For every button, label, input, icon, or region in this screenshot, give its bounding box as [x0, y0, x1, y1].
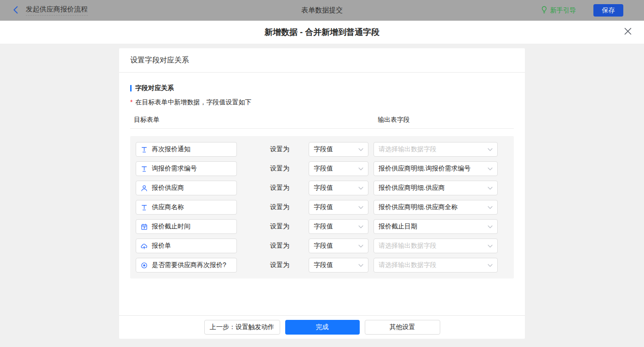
card-footer: 上一步：设置触发动作 完成 其他设置: [119, 315, 525, 339]
modal-title: 新增数据 - 合并新增到普通字段: [264, 27, 380, 38]
text-input-icon: [141, 204, 148, 211]
column-headers: 目标表单 输出表字段: [130, 116, 514, 125]
set-as-label: 设置为: [270, 203, 289, 211]
close-button[interactable]: [624, 27, 632, 37]
value-type-select[interactable]: 字段值: [309, 161, 368, 176]
field-mapping-card: 设置字段对应关系 字段对应关系 * 在目标表单中新增数据，字段值设置如下 目标表…: [119, 48, 525, 339]
chevron-down-icon: [358, 245, 363, 248]
topbar-left: 发起供应商报价流程: [13, 5, 88, 16]
chevron-down-icon: [488, 187, 493, 190]
target-field-label: 供应商名称: [152, 203, 184, 211]
value-type-select[interactable]: 字段值: [309, 219, 368, 234]
target-field-label: 是否需要供应商再次报价?: [152, 261, 226, 269]
value-type-select[interactable]: 字段值: [309, 181, 368, 195]
chevron-down-icon: [488, 225, 493, 228]
chevron-down-icon: [358, 225, 363, 228]
output-field-select[interactable]: 请选择输出数据字段: [374, 239, 498, 253]
save-button[interactable]: 保存: [593, 4, 623, 17]
target-field-box: 报价供应商: [136, 181, 237, 195]
target-field-label: 报价供应商: [152, 184, 184, 192]
divider: [130, 128, 514, 129]
value-type-selected: 字段值: [314, 165, 333, 173]
field-mapping-row: 再次报价通知 设置为 字段值 请选择输出数据字段: [136, 142, 514, 157]
value-type-select[interactable]: 字段值: [309, 239, 368, 253]
text-input-icon: [141, 165, 148, 172]
beginner-guide-label: 新手引导: [550, 6, 576, 15]
output-field-select[interactable]: 报价供应商明细.供应商全称: [374, 200, 498, 215]
modal-body: 设置字段对应关系 字段对应关系 * 在目标表单中新增数据，字段值设置如下 目标表…: [0, 44, 644, 347]
output-field-value: 请选择输出数据字段: [379, 145, 437, 154]
description-text: 在目标表单中新增数据，字段值设置如下: [135, 98, 251, 107]
radio-icon: [141, 262, 148, 269]
chevron-down-icon: [488, 148, 493, 151]
field-mapping-panel: 再次报价通知 设置为 字段值 请选择输出数据字段: [130, 136, 514, 279]
output-field-value: 报价截止日期: [379, 222, 417, 231]
flow-title[interactable]: 发起供应商报价流程: [26, 5, 88, 16]
column-header-output-field: 输出表字段: [378, 116, 410, 124]
target-field-box: 供应商名称: [136, 200, 237, 215]
value-type-select[interactable]: 字段值: [309, 258, 368, 273]
chevron-down-icon: [488, 167, 493, 171]
output-field-select[interactable]: 请选择输出数据字段: [374, 258, 498, 273]
modal-header: 新增数据 - 合并新增到普通字段: [0, 21, 644, 44]
back-button[interactable]: [13, 6, 18, 15]
user-icon: [141, 185, 148, 192]
output-field-select[interactable]: 请选择输出数据字段: [374, 142, 498, 157]
output-field-select[interactable]: 报价截止日期: [374, 219, 498, 234]
set-as-label: 设置为: [270, 145, 289, 154]
set-as-label: 设置为: [270, 165, 289, 173]
output-field-select[interactable]: 报价供应商明细.供应商: [374, 181, 498, 195]
chevron-down-icon: [358, 206, 363, 209]
section-description: * 在目标表单中新增数据，字段值设置如下: [130, 98, 514, 107]
chevron-left-icon: [13, 6, 18, 15]
target-field-label: 报价截止时间: [152, 222, 190, 231]
target-field-box: 报价截止时间: [136, 219, 237, 234]
field-mapping-row: 供应商名称 设置为 字段值 报价供应商明细.供应商全称: [136, 200, 514, 215]
output-field-value: 报价供应商明细.供应商: [379, 184, 445, 192]
output-field-value: 请选择输出数据字段: [379, 261, 437, 269]
output-field-select[interactable]: 报价供应商明细.询报价需求编号: [374, 161, 498, 176]
beginner-guide-button[interactable]: 新手引导: [541, 6, 576, 15]
set-as-label: 设置为: [270, 222, 289, 231]
output-field-value: 请选择输出数据字段: [379, 242, 437, 250]
section-title: 字段对应关系: [130, 84, 514, 92]
cloud-upload-icon: [141, 243, 148, 250]
chevron-down-icon: [488, 206, 493, 209]
set-as-label: 设置为: [270, 184, 289, 192]
previous-step-button[interactable]: 上一步：设置触发动作: [204, 320, 280, 335]
target-field-box: 再次报价通知: [136, 142, 237, 157]
topbar-right: 新手引导 保存: [541, 4, 623, 17]
value-type-select[interactable]: 字段值: [309, 200, 368, 215]
set-as-label: 设置为: [270, 242, 289, 250]
close-icon: [624, 27, 632, 37]
target-field-box: 是否需要供应商再次报价?: [136, 258, 237, 273]
output-field-value: 报价供应商明细.供应商全称: [379, 203, 458, 211]
card-body: 字段对应关系 * 在目标表单中新增数据，字段值设置如下 目标表单 输出表字段: [119, 73, 525, 315]
topbar: 发起供应商报价流程 表单数据提交 新手引导 保存: [0, 0, 644, 21]
value-type-select[interactable]: 字段值: [309, 142, 368, 157]
chevron-down-icon: [488, 264, 493, 267]
field-mapping-row: 报价供应商 设置为 字段值 报价供应商明细.供应商: [136, 181, 514, 195]
output-field-value: 报价供应商明细.询报价需求编号: [379, 165, 471, 173]
chevron-down-icon: [358, 264, 363, 267]
other-settings-button[interactable]: 其他设置: [365, 320, 440, 335]
text-input-icon: [141, 146, 148, 153]
lightbulb-icon: [541, 6, 547, 15]
value-type-selected: 字段值: [314, 203, 333, 211]
chevron-down-icon: [358, 167, 363, 171]
chevron-down-icon: [358, 148, 363, 151]
card-header: 设置字段对应关系: [119, 48, 525, 73]
target-field-box: 询报价需求编号: [136, 161, 237, 176]
finish-button[interactable]: 完成: [285, 320, 360, 335]
target-field-box: 报价单: [136, 239, 237, 253]
value-type-selected: 字段值: [314, 145, 333, 154]
target-field-label: 询报价需求编号: [152, 165, 197, 173]
chevron-down-icon: [358, 187, 363, 190]
value-type-selected: 字段值: [314, 222, 333, 231]
chevron-down-icon: [488, 245, 493, 248]
target-field-label: 报价单: [152, 242, 171, 250]
field-mapping-row: 报价截止时间 设置为 字段值 报价截止日期: [136, 219, 514, 234]
required-mark: *: [130, 98, 132, 106]
field-mapping-row: 是否需要供应商再次报价? 设置为 字段值 请选择输出数据字段: [136, 258, 514, 273]
section-accent-bar: [130, 85, 132, 91]
